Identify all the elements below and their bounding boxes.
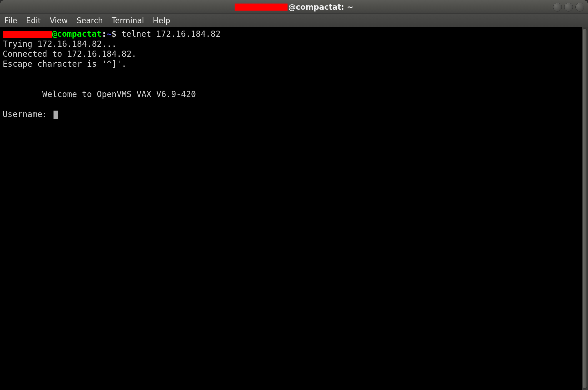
- menu-file[interactable]: File: [4, 16, 17, 25]
- window-title: @compactat: ~: [235, 3, 353, 11]
- prompt-sep: :: [102, 29, 107, 39]
- prompt-dollar: $: [111, 29, 116, 39]
- scrollbar-thumb[interactable]: [583, 29, 587, 389]
- cursor-icon: [54, 111, 58, 119]
- prompt-host: @compactat: [52, 29, 102, 39]
- terminal-output[interactable]: @compactat:~$ telnet 172.16.184.82 Tryin…: [0, 27, 582, 390]
- menubar: File Edit View Search Terminal Help: [0, 14, 588, 27]
- window-controls: [553, 3, 584, 11]
- menu-search[interactable]: Search: [77, 16, 103, 25]
- window-title-text: @compactat: ~: [288, 3, 353, 11]
- redacted-prompt-user: [3, 31, 52, 38]
- output-line: Welcome to OpenVMS VAX V6.9-420: [3, 89, 196, 99]
- minimize-button[interactable]: [553, 3, 562, 11]
- menu-edit[interactable]: Edit: [26, 16, 41, 25]
- terminal-window: @compactat: ~ File Edit View Search Term…: [0, 0, 588, 390]
- output-line: Escape character is '^]'.: [3, 59, 126, 69]
- scrollbar[interactable]: [582, 27, 588, 390]
- titlebar[interactable]: @compactat: ~: [0, 0, 588, 14]
- username-prompt: Username:: [3, 109, 52, 119]
- command-text: telnet 172.16.184.82: [116, 29, 220, 39]
- prompt-path: ~: [106, 29, 111, 39]
- close-button[interactable]: [575, 3, 584, 11]
- maximize-button[interactable]: [564, 3, 573, 11]
- menu-help[interactable]: Help: [153, 16, 170, 25]
- menu-view[interactable]: View: [50, 16, 68, 25]
- output-line: Trying 172.16.184.82...: [3, 39, 117, 49]
- terminal-area: @compactat:~$ telnet 172.16.184.82 Tryin…: [0, 27, 588, 390]
- menu-terminal[interactable]: Terminal: [112, 16, 144, 25]
- output-line: Connected to 172.16.184.82.: [3, 49, 136, 59]
- redacted-username: [235, 4, 288, 11]
